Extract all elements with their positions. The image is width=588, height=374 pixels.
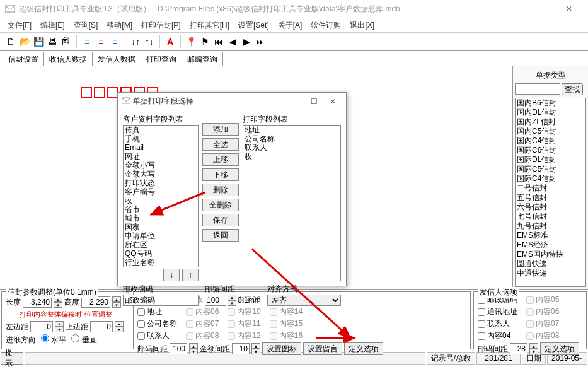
list-item[interactable]: 国家 xyxy=(124,223,198,231)
option-row[interactable]: 公司名称 xyxy=(137,318,177,329)
sort-up-button[interactable]: ↑ xyxy=(182,269,199,281)
find-button[interactable]: 查找 xyxy=(562,83,583,95)
menu-settings[interactable]: 设置[Set] xyxy=(234,19,273,32)
menu-file[interactable]: 文件[F] xyxy=(4,19,35,32)
dlg-action-button[interactable]: 删除 xyxy=(202,184,239,196)
list-item[interactable]: 中通快递 xyxy=(516,269,585,278)
set-icon-button[interactable]: 设置图标 xyxy=(262,342,301,355)
list-item[interactable]: 地址 xyxy=(243,126,340,134)
list-item[interactable]: 所在区 xyxy=(124,240,198,249)
define-option-button[interactable]: 定义选项 xyxy=(344,342,383,355)
list-item[interactable]: 行业名称 xyxy=(124,258,198,267)
sender-space-input[interactable] xyxy=(510,343,527,354)
option-row[interactable]: 内容06 xyxy=(526,307,559,317)
list-item[interactable]: 五号信封 xyxy=(516,193,585,202)
font-icon[interactable]: A xyxy=(164,36,176,47)
option-row[interactable]: 内容08 xyxy=(186,330,219,341)
list-item[interactable]: QQ号码 xyxy=(124,249,198,258)
list-item[interactable]: 传真 xyxy=(124,126,198,134)
list-item[interactable]: 申请单位 xyxy=(124,231,198,240)
align-center-icon[interactable]: ≡ xyxy=(95,36,107,47)
post-space-input[interactable] xyxy=(170,343,187,354)
dlg-action-button[interactable]: 上移 xyxy=(202,153,239,166)
menu-print-other[interactable]: 打印其它[H] xyxy=(186,19,233,32)
dlg-post-input[interactable] xyxy=(123,295,199,306)
amt-space-input[interactable] xyxy=(232,343,250,354)
tab-print-query[interactable]: 打印查询 xyxy=(141,52,182,66)
next-icon[interactable]: ▶ xyxy=(241,36,252,47)
menu-edit[interactable]: 编辑[E] xyxy=(37,19,69,32)
print-field-list[interactable]: 地址公司名称联系人收 xyxy=(243,125,341,281)
option-row[interactable]: 内容05 xyxy=(526,295,559,305)
option-row[interactable]: 内容16 xyxy=(270,330,303,341)
set-msg-button[interactable]: 设置留言 xyxy=(303,342,342,355)
dialog-minimize[interactable]: ─ xyxy=(285,93,304,110)
dlg-action-button[interactable]: 添加 xyxy=(202,123,239,136)
top-input[interactable] xyxy=(90,321,113,332)
close-button[interactable]: ✕ xyxy=(555,0,583,18)
customer-field-list[interactable]: 传真手机Email网址金额小写金额大写打印状态客户编号收省市城市国家申请单位所在… xyxy=(123,125,199,267)
length-input[interactable] xyxy=(23,296,52,308)
list-item[interactable]: 金额小写 xyxy=(124,161,198,170)
list-item[interactable]: 公司名称 xyxy=(243,134,340,143)
list-item[interactable]: 国际C4信封 xyxy=(516,174,585,184)
list-item[interactable]: 打印状态 xyxy=(124,178,198,187)
list-item[interactable]: 二号信封 xyxy=(516,184,585,193)
option-row[interactable]: 内容15 xyxy=(270,318,303,329)
open-icon[interactable]: 📂 xyxy=(19,36,30,47)
height-input[interactable] xyxy=(81,296,110,308)
feed-horizontal[interactable]: 水平 xyxy=(41,334,66,346)
menu-exit[interactable]: 退出[X] xyxy=(346,19,378,32)
option-row[interactable]: 联系人 xyxy=(137,330,177,341)
list-item[interactable]: 收 xyxy=(124,196,198,205)
dialog-close[interactable]: ✕ xyxy=(323,93,342,110)
list-item[interactable]: 六号信封 xyxy=(516,202,585,212)
list-item[interactable]: EMS标准 xyxy=(516,231,585,240)
dlg-action-button[interactable]: 下移 xyxy=(202,168,239,181)
envelope-type-list[interactable]: 国内B6信封国内DL信封国内ZL信封国内C5信封国内C4信封国际C6信封国际DL… xyxy=(515,98,586,287)
align-right-icon[interactable]: ≡ xyxy=(109,36,120,47)
option-row[interactable]: 联系人 xyxy=(478,318,517,329)
list-item[interactable]: 国际DL信封 xyxy=(516,155,585,165)
menu-move[interactable]: 移动[M] xyxy=(103,19,136,32)
list-item[interactable]: 国际C5信封 xyxy=(516,165,585,174)
menu-print-env[interactable]: 打印信封[P] xyxy=(137,19,185,32)
option-row[interactable]: 通讯地址 xyxy=(478,307,517,317)
dlg-action-button[interactable]: 返回 xyxy=(202,229,239,242)
option-row[interactable]: 内容11 xyxy=(228,318,260,329)
list-item[interactable]: Email xyxy=(124,143,198,152)
menu-search[interactable]: 查询[S] xyxy=(70,19,102,32)
sender-define-button[interactable]: 定义选项 xyxy=(540,342,579,355)
left-input[interactable] xyxy=(30,321,53,332)
list-item[interactable]: 网址 xyxy=(124,152,198,161)
list-item[interactable]: 七号信封 xyxy=(516,212,585,221)
tab-envelope-settings[interactable]: 信封设置 xyxy=(3,52,44,66)
menu-about[interactable]: 关于[A] xyxy=(274,19,306,32)
dlg-action-button[interactable]: 保存 xyxy=(202,214,239,226)
print-icon[interactable]: 🖶 xyxy=(47,36,58,47)
option-row[interactable]: 内容08 xyxy=(526,330,559,341)
type-search-input[interactable] xyxy=(515,83,560,95)
sort-down-button[interactable]: ↓ xyxy=(163,269,180,281)
list-item[interactable]: 国内ZL信封 xyxy=(516,117,585,127)
sort2-icon[interactable]: ↑↓ xyxy=(144,36,155,47)
list-item[interactable]: 国内DL信封 xyxy=(516,108,585,117)
tab-sender-data[interactable]: 发信人数据 xyxy=(92,52,141,66)
feed-vertical[interactable]: 垂直 xyxy=(71,334,96,346)
list-item[interactable]: 九号信封 xyxy=(516,221,585,231)
list-item[interactable]: 省市 xyxy=(124,205,198,214)
list-item[interactable]: 国际C6信封 xyxy=(516,146,585,155)
align-left-icon[interactable]: ≡ xyxy=(81,36,93,47)
option-row[interactable]: 内容12 xyxy=(228,330,260,341)
tab-postcode-query[interactable]: 邮编查询 xyxy=(182,52,223,66)
option-row[interactable]: 内容04 xyxy=(478,330,517,341)
sort-icon[interactable]: ↓↑ xyxy=(130,36,141,47)
save-icon[interactable]: 💾 xyxy=(33,36,44,47)
option-row[interactable]: 内容07 xyxy=(526,318,559,329)
dlg-align-select[interactable]: 左齐 xyxy=(267,295,341,306)
list-item[interactable]: EMS国内特快 xyxy=(516,250,585,259)
length-down[interactable]: ▼ xyxy=(54,302,62,308)
list-item[interactable]: 收 xyxy=(243,152,340,161)
new-icon[interactable]: 🗋 xyxy=(5,36,16,47)
list-item[interactable]: EMS经济 xyxy=(516,240,585,250)
